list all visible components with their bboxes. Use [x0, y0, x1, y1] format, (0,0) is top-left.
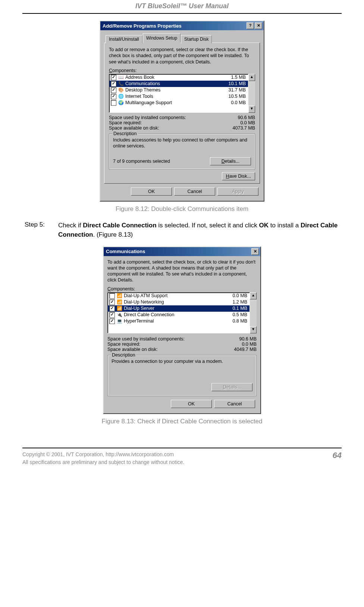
help-button[interactable]: ? [247, 22, 254, 29]
checkbox-icon[interactable]: ✓ [111, 94, 116, 99]
checkbox-icon[interactable]: ✓ [109, 312, 115, 318]
doc-header-title: IVT BlueSoleil™ User Manual [22, 0, 342, 13]
list-item[interactable]: ✓ 📖 Address Book 1.5 MB [109, 74, 248, 81]
footer-text: Copyright © 2001, IVT Corporation, http:… [22, 451, 325, 466]
components-list[interactable]: ✓ 📖 Address Book 1.5 MB ✓ 📞 Communicatio… [109, 74, 255, 113]
list-item[interactable]: ✓ 🔌 Direct Cable Connection 0.5 MB [108, 312, 250, 318]
address-book-icon: 📖 [118, 75, 124, 80]
space-required-label: Space required: [107, 342, 223, 347]
checkbox-icon[interactable]: ✓ [111, 75, 116, 80]
space-used-value: 90.6 MB [223, 336, 257, 342]
ok-button[interactable]: OK [131, 187, 172, 196]
space-required-value: 0.0 MB [222, 120, 255, 125]
dialup-server-icon: 📶 [116, 306, 122, 311]
window-title: Communications [106, 249, 251, 254]
list-item[interactable]: ✓ 📶 Dial-Up Networking 1.2 MB [108, 299, 250, 305]
checkbox-icon[interactable] [111, 100, 116, 106]
list-item[interactable]: ✓ 📶 Dial-Up Server 0.1 MB [108, 305, 250, 312]
multilanguage-icon: 🌍 [118, 100, 124, 105]
description-group: Description Provides a connection to you… [107, 355, 257, 396]
hyperterminal-icon: 💻 [116, 318, 122, 324]
item-name: Internet Tools [125, 94, 223, 99]
header-rule [22, 13, 342, 14]
item-size: 1.5 MB [223, 75, 246, 80]
figure-caption-813: Figure 8.13: Check if Direct Cable Conne… [22, 418, 342, 425]
titlebar[interactable]: Add/Remove Programs Properties ? ✕ [100, 21, 264, 30]
scrollbar[interactable]: ▲ ▼ [250, 292, 257, 333]
tab-panel: To add or remove a component, select or … [104, 43, 260, 184]
tabstrip: Install/Uninstall Windows Setup Startup … [104, 33, 260, 43]
desktop-themes-icon: 🎨 [118, 87, 124, 93]
item-name: Communications [125, 81, 223, 86]
description-group: Description Includes accessories to help… [109, 134, 255, 170]
checkbox-icon[interactable]: ✓ [111, 81, 116, 87]
scroll-down-icon[interactable]: ▼ [250, 326, 257, 333]
cancel-button[interactable]: Cancel [174, 187, 215, 196]
dialup-networking-icon: 📶 [116, 299, 122, 305]
item-size: 0.5 MB [225, 312, 247, 317]
item-name: HyperTerminal [124, 318, 225, 324]
item-name: Address Book [125, 75, 223, 80]
apply-button[interactable]: Apply [217, 187, 258, 196]
space-used-label: Space used by installed components: [107, 336, 223, 342]
ok-button[interactable]: OK [171, 400, 212, 408]
components-list[interactable]: 📶 Dial-Up ATM Support 0.0 MB ✓ 📶 Dial-Up… [107, 292, 257, 333]
space-available-value: 4073.7 MB [222, 125, 255, 131]
step-5: Step 5: Check if Direct Cable Connection… [25, 221, 342, 239]
item-size: 31.7 MB [223, 87, 246, 93]
list-item[interactable]: ✓ 📞 Communications 10.1 MB [109, 81, 248, 87]
space-required-label: Space required: [109, 120, 222, 125]
item-name: Dial-Up ATM Support [124, 293, 225, 298]
checkbox-icon[interactable]: ✓ [109, 306, 115, 311]
description-legend: Description [112, 131, 138, 136]
footer-rule [22, 448, 342, 448]
dialog-communications: Communications ✕ To add a component, sel… [103, 246, 261, 414]
tab-install-uninstall[interactable]: Install/Uninstall [106, 35, 142, 43]
item-size: 0.0 MB [223, 100, 246, 105]
list-item[interactable]: 📶 Dial-Up ATM Support 0.0 MB [108, 293, 250, 299]
have-disk-button[interactable]: Have Disk... [222, 172, 255, 180]
tab-windows-setup[interactable]: Windows Setup [143, 33, 181, 43]
close-button[interactable]: ✕ [255, 22, 262, 29]
components-label: Components: [109, 68, 255, 73]
scroll-up-icon[interactable]: ▲ [248, 74, 255, 81]
checkbox-icon[interactable]: ✓ [111, 87, 116, 93]
space-available-value: 4049.7 MB [223, 347, 257, 352]
scrollbar[interactable]: ▲ ▼ [248, 74, 255, 113]
dialup-atm-icon: 📶 [116, 293, 122, 298]
direct-cable-icon: 🔌 [116, 312, 122, 317]
scroll-down-icon[interactable]: ▼ [248, 106, 255, 113]
close-button[interactable]: ✕ [251, 248, 259, 255]
checkbox-icon[interactable] [109, 293, 115, 299]
list-item[interactable]: ✓ 🎨 Desktop Themes 31.7 MB [109, 87, 248, 93]
list-item[interactable]: ✓ 💻 HyperTerminal 0.8 MB [108, 318, 250, 324]
scroll-up-icon[interactable]: ▲ [250, 292, 257, 299]
list-item[interactable]: ✓ 🌐 Internet Tools 10.5 MB [109, 93, 248, 100]
figure-caption-812: Figure 8.12: Double-click Communications… [22, 205, 342, 213]
item-name: Dial-Up Networking [124, 299, 225, 305]
space-required-value: 0.0 MB [223, 342, 257, 347]
cancel-button[interactable]: Cancel [214, 400, 255, 408]
item-name: Dial-Up Server [124, 306, 225, 311]
instructions-text: To add a component, select the check box… [107, 259, 257, 283]
list-item[interactable]: 🌍 Multilanguage Support 0.0 MB [109, 100, 248, 106]
dialog-add-remove-programs: Add/Remove Programs Properties ? ✕ Insta… [100, 21, 264, 202]
space-used-label: Space used by installed components: [109, 115, 222, 120]
page-number: 64 [325, 451, 342, 460]
tab-startup-disk[interactable]: Startup Disk [181, 35, 212, 43]
space-available-label: Space available on disk: [107, 347, 223, 352]
selection-count: 7 of 9 components selected [113, 159, 210, 164]
item-size: 0.1 MB [225, 306, 247, 311]
checkbox-icon[interactable]: ✓ [109, 318, 115, 324]
description-text: Includes accessories to help you connect… [113, 137, 251, 149]
step-label: Step 5: [25, 221, 58, 239]
description-legend: Description [111, 352, 136, 358]
internet-tools-icon: 🌐 [118, 94, 124, 99]
item-size: 0.8 MB [225, 318, 247, 324]
description-text: Provides a connection to your computer v… [112, 358, 252, 370]
titlebar[interactable]: Communications ✕ [104, 247, 260, 256]
instructions-text: To add or remove a component, select or … [109, 47, 255, 65]
checkbox-icon[interactable]: ✓ [109, 299, 115, 305]
space-used-value: 90.6 MB [222, 115, 255, 120]
details-button[interactable]: Details... [210, 157, 251, 165]
